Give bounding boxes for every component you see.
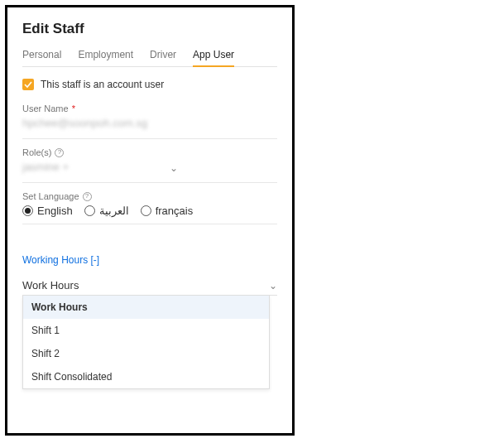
dropdown-option-work-hours[interactable]: Work Hours [23, 296, 269, 319]
radio-label-french: français [156, 205, 194, 217]
language-options: English العربية français [22, 205, 277, 217]
radio-french[interactable]: français [141, 205, 194, 217]
tab-app-user[interactable]: App User [193, 49, 234, 67]
tab-driver[interactable]: Driver [150, 49, 176, 66]
account-user-checkbox-row[interactable]: This staff is an account user [22, 79, 277, 90]
work-hours-label-text: Work Hours [22, 279, 79, 291]
roles-value: jasmine + [22, 161, 105, 176]
username-label: User Name* [22, 104, 277, 113]
username-field[interactable]: User Name* hpchee@soonpoh.com.sg [22, 104, 277, 139]
dropdown-option-shift-2[interactable]: Shift 2 [23, 342, 269, 365]
dropdown-option-shift-1[interactable]: Shift 1 [23, 319, 269, 342]
roles-label: Role(s) ? [22, 147, 277, 157]
work-hours-select[interactable]: Work Hours ⌄ [22, 279, 277, 296]
account-user-label: This staff is an account user [41, 79, 164, 90]
help-icon[interactable]: ? [83, 192, 92, 201]
radio-selected-icon [22, 205, 33, 216]
help-icon[interactable]: ? [55, 148, 64, 157]
required-asterisk: * [72, 104, 75, 113]
chevron-down-icon[interactable]: ⌄ [170, 162, 277, 174]
language-label: Set Language ? [22, 191, 277, 201]
radio-english[interactable]: English [22, 205, 73, 217]
radio-unselected-icon [141, 205, 151, 216]
tab-personal[interactable]: Personal [22, 49, 61, 66]
working-hours-toggle[interactable]: Working Hours [-] [22, 254, 277, 266]
roles-field[interactable]: Role(s) ? jasmine + ⌄ [22, 147, 277, 183]
tabs: Personal Employment Driver App User [22, 49, 277, 67]
username-value: hpchee@soonpoh.com.sg [22, 117, 277, 132]
checkbox-checked-icon [22, 79, 34, 90]
chevron-down-icon: ⌄ [269, 280, 277, 291]
page-title: Edit Staff [22, 21, 277, 37]
radio-arabic[interactable]: العربية [84, 205, 129, 217]
language-field: Set Language ? English العربية français [22, 191, 277, 224]
radio-label-english: English [37, 205, 73, 217]
work-hours-dropdown: Work Hours Shift 1 Shift 2 Shift Consoli… [22, 296, 270, 389]
radio-label-arabic: العربية [99, 205, 129, 217]
tab-employment[interactable]: Employment [78, 49, 133, 66]
dropdown-option-shift-consolidated[interactable]: Shift Consolidated [23, 365, 269, 388]
edit-staff-panel: Edit Staff Personal Employment Driver Ap… [5, 5, 295, 436]
radio-unselected-icon [84, 205, 95, 216]
